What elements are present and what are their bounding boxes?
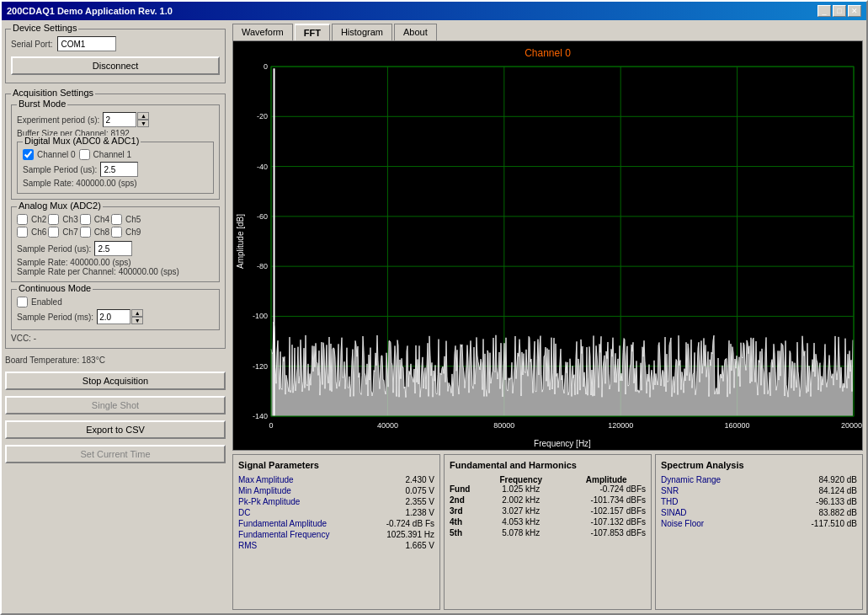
channel0-checkbox[interactable] xyxy=(23,149,34,160)
spectrum-label: THD xyxy=(661,497,679,506)
tab-histogram[interactable]: Histogram xyxy=(332,24,392,40)
signal-param-value: 1.665 V xyxy=(406,541,434,550)
ch8-checkbox[interactable] xyxy=(80,227,91,238)
burst-mode-group: Burst Mode Experiment period (s): ▲ ▼ Bu… xyxy=(11,104,220,200)
serial-port-input[interactable] xyxy=(57,36,116,51)
analog-mux-title: Analog Mux (ADC2) xyxy=(17,201,103,211)
fft-chart: Channel 0 Amplitude [dB] Frequency [Hz] xyxy=(232,40,863,451)
ch3-label: Ch3 xyxy=(62,215,77,224)
harmonics-rows: Fund1.025 kHz-0.724 dBFs2nd2.002 kHz-101… xyxy=(450,484,646,537)
harmonic-amp: -107.853 dBFs xyxy=(567,528,647,537)
signal-param-value: 1025.391 Hz xyxy=(386,530,434,539)
cont-period-up[interactable]: ▲ xyxy=(131,309,143,317)
cont-period-down[interactable]: ▼ xyxy=(131,317,143,324)
tab-bar: Waveform FFT Histogram About xyxy=(232,24,863,40)
harmonic-amp: -101.734 dBFs xyxy=(567,495,647,505)
sample-period-label: Sample Period (us): xyxy=(23,165,97,174)
signal-params-panel: Signal Parameters Max Amplitude2.430 VMi… xyxy=(232,454,440,610)
right-panel: Waveform FFT Histogram About Channel 0 A… xyxy=(229,20,866,613)
harmonic-freq: 1.025 kHz xyxy=(482,484,561,494)
ch6-label: Ch6 xyxy=(31,227,46,237)
device-settings-title: Device Settings xyxy=(11,23,78,33)
experiment-period-arrows: ▲ ▼ xyxy=(137,112,149,127)
tab-fft[interactable]: FFT xyxy=(295,24,330,40)
vcc-label: VCC: - xyxy=(11,334,220,343)
signal-param-row: Max Amplitude2.430 V xyxy=(238,475,434,484)
signal-param-row: Fundamental Amplitude-0.724 dB Fs xyxy=(238,519,434,528)
sample-period-input[interactable] xyxy=(100,162,138,177)
channel1-checkbox[interactable] xyxy=(79,149,90,160)
continuous-mode-group: Continuous Mode Enabled Sample Period (m… xyxy=(11,289,220,330)
ch5-label: Ch5 xyxy=(125,215,141,224)
amp-header: Amplitude xyxy=(567,475,647,484)
board-temp-label: Board Temperature: 183°C xyxy=(5,356,226,365)
continuous-enabled-checkbox[interactable] xyxy=(17,297,28,308)
harmonic-amp: -102.157 dBFs xyxy=(567,506,647,516)
set-current-time-button[interactable]: Set Current Time xyxy=(5,445,226,463)
harmonics-panel: Fundamental and Harmonics Frequency Ampl… xyxy=(444,454,652,610)
signal-param-label: Fundamental Frequency xyxy=(238,530,329,539)
signal-param-row: Min Amplitude0.075 V xyxy=(238,486,434,495)
ch3-checkbox[interactable] xyxy=(48,214,59,225)
minimize-button[interactable]: _ xyxy=(817,5,831,17)
disconnect-button[interactable]: Disconnect xyxy=(11,56,220,75)
close-button[interactable]: ✕ xyxy=(848,5,861,17)
spectrum-value: 84.920 dB xyxy=(818,475,857,484)
spectrum-value: -96.133 dB xyxy=(816,497,857,506)
left-panel: Device Settings Serial Port: Disconnect … xyxy=(2,20,229,613)
experiment-period-spinner: ▲ ▼ xyxy=(103,112,149,127)
experiment-period-label: Experiment period (s): xyxy=(17,115,99,125)
signal-param-value: 2.430 V xyxy=(406,475,434,484)
experiment-period-down[interactable]: ▼ xyxy=(137,120,149,127)
harmonic-freq: 5.078 kHz xyxy=(482,528,561,537)
ch2-checkbox[interactable] xyxy=(17,214,28,225)
analog-sample-rate-per-ch-label: Sample Rate per Channel: 400000.00 (sps) xyxy=(17,267,214,276)
continuous-mode-title: Continuous Mode xyxy=(17,283,93,293)
ch7-checkbox[interactable] xyxy=(48,227,59,238)
spectrum-label: SNR xyxy=(661,486,679,495)
cont-sample-period-input[interactable] xyxy=(97,309,130,324)
single-shot-button[interactable]: Single Shot xyxy=(5,396,226,414)
ch5-checkbox[interactable] xyxy=(111,214,122,225)
signal-param-value: -0.724 dB Fs xyxy=(386,519,434,528)
fft-canvas xyxy=(233,41,862,450)
spectrum-value: 83.882 dB xyxy=(818,508,857,517)
maximize-button[interactable]: □ xyxy=(833,5,846,17)
signal-params-title: Signal Parameters xyxy=(238,460,434,470)
device-settings-group: Device Settings Serial Port: Disconnect xyxy=(5,29,226,83)
stop-acquisition-button[interactable]: Stop Acquisition xyxy=(5,372,226,390)
experiment-period-up[interactable]: ▲ xyxy=(137,112,149,120)
harmonic-row: 5th5.078 kHz-107.853 dBFs xyxy=(450,528,646,537)
main-content: Device Settings Serial Port: Disconnect … xyxy=(2,20,866,613)
burst-mode-title: Burst Mode xyxy=(17,99,67,109)
export-csv-button[interactable]: Export to CSV xyxy=(5,420,226,439)
ch4-checkbox[interactable] xyxy=(80,214,91,225)
harmonic-row: 2nd2.002 kHz-101.734 dBFs xyxy=(450,495,646,505)
bottom-panels: Signal Parameters Max Amplitude2.430 VMi… xyxy=(232,454,863,610)
tab-waveform[interactable]: Waveform xyxy=(232,24,293,40)
experiment-period-input[interactable] xyxy=(103,112,136,127)
harmonic-row: Fund1.025 kHz-0.724 dBFs xyxy=(450,484,646,494)
cont-sample-period-spinner: ▲ ▼ xyxy=(97,309,143,324)
channel1-label: Channel 1 xyxy=(93,150,132,159)
signal-param-value: 1.238 V xyxy=(406,508,434,517)
spectrum-row: Dynamic Range84.920 dB xyxy=(661,475,857,484)
spectrum-row: SINAD83.882 dB xyxy=(661,508,857,517)
ch9-checkbox[interactable] xyxy=(111,227,122,238)
signal-param-label: DC xyxy=(238,508,250,517)
digital-mux-title: Digital Mux (ADC0 & ADC1) xyxy=(23,136,141,146)
harmonic-label: 5th xyxy=(450,528,475,537)
analog-sample-period-input[interactable] xyxy=(94,241,132,256)
signal-param-label: Pk-Pk Amplitude xyxy=(238,497,300,506)
tab-about[interactable]: About xyxy=(394,24,437,40)
cont-sample-period-label: Sample Period (ms): xyxy=(17,313,93,322)
spectrum-panel: Spectrum Analysis Dynamic Range84.920 dB… xyxy=(655,454,863,610)
acquisition-settings-group: Acquisition Settings Burst Mode Experime… xyxy=(5,94,226,349)
digital-mux-group: Digital Mux (ADC0 & ADC1) Channel 0 Chan… xyxy=(17,142,214,194)
acquisition-settings-title: Acquisition Settings xyxy=(11,88,95,98)
harmonic-row: 4th4.053 kHz-107.132 dBFs xyxy=(450,517,646,527)
spectrum-row: SNR84.124 dB xyxy=(661,486,857,495)
ch6-checkbox[interactable] xyxy=(17,227,28,238)
ch4-label: Ch4 xyxy=(94,215,109,224)
signal-param-label: Fundamental Amplitude xyxy=(238,519,327,528)
